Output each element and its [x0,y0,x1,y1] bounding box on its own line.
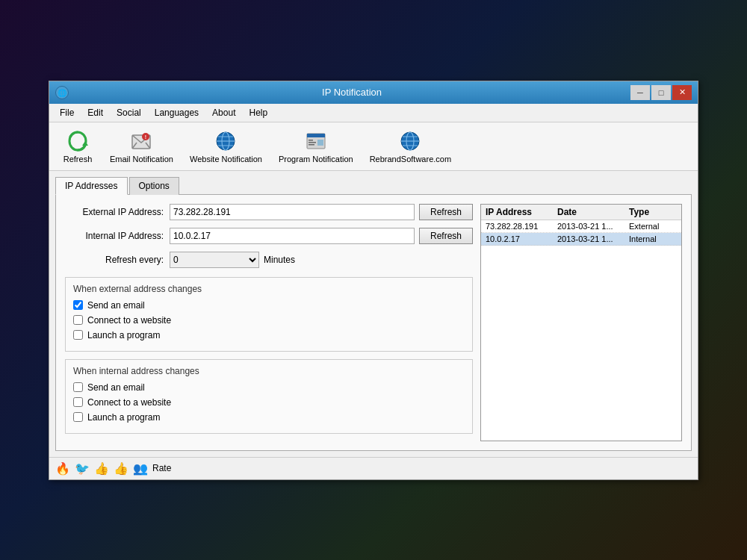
rate-label: Rate [152,463,171,473]
internal-section-title: When internal address changes [73,366,465,376]
menu-help[interactable]: Help [243,106,273,119]
ip-table: IP Address Date Type 73.282.28.191 2013-… [480,204,682,441]
tabs: IP Addresses Options [55,177,692,195]
toolbar-rebrand-label: RebrandSoftware.com [370,155,451,164]
toolbar-refresh-button[interactable]: Refresh [55,125,100,167]
svg-text:!: ! [145,134,146,140]
int-email-checkbox[interactable] [73,382,83,392]
int-website-row: Connect to a website [73,397,465,408]
svg-rect-13 [309,140,313,141]
external-ip-row: External IP Address: Refresh [65,204,473,220]
menu-bar: File Edit Social Languages About Help [49,104,698,122]
ext-website-row: Connect to a website [73,315,465,326]
external-changes-section: When external address changes Send an em… [65,277,473,352]
program-icon [304,129,328,153]
toolbar-email-label: Email Notification [110,155,173,164]
refresh-every-label: Refresh every: [65,255,170,265]
thumbsup2-icon[interactable]: 👍 [114,461,128,476]
int-website-checkbox[interactable] [73,397,83,407]
col-date-header: Date [557,207,629,217]
col-ip-header: IP Address [486,207,557,217]
row0-ip: 73.282.28.191 [486,222,557,231]
tab-options[interactable]: Options [129,177,179,195]
website-icon [214,129,238,153]
row1-date: 2013-03-21 1... [557,234,629,243]
window-title: IP Notification [73,87,630,98]
svg-rect-14 [309,142,316,143]
int-program-checkbox[interactable] [73,412,83,422]
int-website-label: Connect to a website [87,397,171,408]
email-icon: ! [129,129,153,153]
int-email-row: Send an email [73,382,465,393]
svg-rect-16 [317,140,323,146]
menu-file[interactable]: File [54,106,80,119]
thumbsup-icon[interactable]: 👍 [94,461,109,476]
internal-changes-section: When internal address changes Send an em… [65,359,473,434]
ext-program-row: Launch a program [73,330,465,340]
toolbar-website-label: Website Notification [190,155,262,164]
row1-ip: 10.0.2.17 [486,234,557,243]
menu-social[interactable]: Social [111,106,147,119]
ext-website-checkbox[interactable] [73,315,83,325]
ext-email-row: Send an email [73,300,465,311]
table-row[interactable]: 10.0.2.17 2013-03-21 1... Internal [481,233,681,246]
flame-icon[interactable]: 🔥 [55,461,70,476]
title-bar: 🌐 IP Notification ─ □ ✕ [49,81,698,104]
internal-ip-refresh-button[interactable]: Refresh [419,228,473,244]
internal-ip-input[interactable] [170,228,415,244]
menu-about[interactable]: About [206,106,241,119]
col-type-header: Type [629,207,677,217]
left-panel: External IP Address: Refresh Internal IP… [65,204,473,441]
content-area: IP Addresses Options External IP Address… [49,171,698,457]
window-controls: ─ □ ✕ [630,85,692,100]
external-section-title: When external address changes [73,284,465,294]
toolbar-website-button[interactable]: Website Notification [183,125,269,167]
internal-ip-row: Internal IP Address: Refresh [65,228,473,244]
minimize-button[interactable]: ─ [630,85,650,100]
maximize-button[interactable]: □ [651,85,671,100]
svg-rect-15 [309,144,314,146]
toolbar-email-button[interactable]: ! Email Notification [103,125,180,167]
ext-program-checkbox[interactable] [73,330,83,340]
ext-program-label: Launch a program [87,330,160,340]
table-header: IP Address Date Type [481,205,681,220]
main-window: 🌐 IP Notification ─ □ ✕ File Edit Social… [49,81,698,480]
internal-ip-label: Internal IP Address: [65,231,170,241]
row0-date: 2013-03-21 1... [557,222,629,231]
twitter-icon[interactable]: 🐦 [75,461,90,476]
rebrand-icon [398,129,422,153]
group-icon[interactable]: 👥 [133,461,148,476]
menu-languages[interactable]: Languages [149,106,205,119]
ext-website-label: Connect to a website [87,315,171,326]
toolbar-program-button[interactable]: Program Notification [272,125,360,167]
int-email-label: Send an email [87,382,145,393]
close-button[interactable]: ✕ [672,85,692,100]
tab-ip-addresses[interactable]: IP Addresses [55,177,128,195]
row1-type: Internal [629,234,677,243]
ext-email-label: Send an email [87,300,145,311]
toolbar: Refresh ! Email Notification [49,122,698,171]
refresh-every-row: Refresh every: 0 1 5 10 30 60 Minutes [65,252,473,268]
app-icon: 🌐 [55,86,69,99]
table-row[interactable]: 73.282.28.191 2013-03-21 1... External [481,220,681,233]
menu-edit[interactable]: Edit [81,106,109,119]
external-ip-label: External IP Address: [65,207,170,217]
status-bar: 🔥 🐦 👍 👍 👥 Rate [49,457,698,479]
svg-rect-12 [307,134,325,137]
refresh-select[interactable]: 0 1 5 10 30 60 [170,252,259,268]
tab-content: External IP Address: Refresh Internal IP… [55,194,692,451]
ext-email-checkbox[interactable] [73,300,83,310]
toolbar-program-label: Program Notification [279,155,353,164]
int-program-row: Launch a program [73,412,465,423]
refresh-icon [66,129,90,153]
external-ip-input[interactable] [170,204,415,220]
toolbar-refresh-label: Refresh [63,155,93,164]
toolbar-rebrand-button[interactable]: RebrandSoftware.com [363,125,458,167]
int-program-label: Launch a program [87,412,160,423]
external-ip-refresh-button[interactable]: Refresh [419,204,473,220]
minutes-label: Minutes [264,255,295,265]
row0-type: External [629,222,677,231]
